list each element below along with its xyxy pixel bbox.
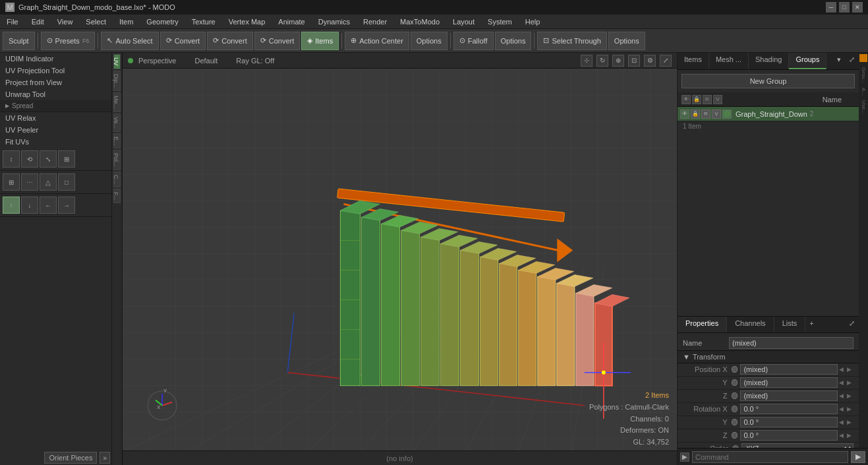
rp-bottom-tab-properties[interactable]: Properties bbox=[678, 317, 727, 332]
prop-rotation-y-inc[interactable]: ▶ bbox=[847, 419, 854, 425]
viewport-tool-expand[interactable]: ⤢ bbox=[660, 55, 672, 67]
command-exec-button[interactable]: ▶ bbox=[851, 451, 865, 463]
rp-tab-expand[interactable]: ⤢ bbox=[845, 53, 859, 69]
viewport-container[interactable]: Perspective Default Ray GL: Off ⊹ ↻ ⊕ ⊡ … bbox=[123, 53, 677, 465]
col-icon-lock[interactable]: 🔒 bbox=[692, 95, 701, 104]
options2-button[interactable]: Options bbox=[495, 32, 532, 50]
rp-side-tab-use[interactable]: Use... bbox=[859, 98, 867, 116]
tool-icon-left[interactable]: ← bbox=[40, 197, 57, 214]
uv-side-tab-me[interactable]: Me... bbox=[113, 92, 121, 112]
tool-icon-scale[interactable]: ⤡ bbox=[40, 150, 57, 168]
col-icon-render[interactable]: R bbox=[703, 95, 712, 104]
command-prompt[interactable]: ▶ bbox=[680, 452, 689, 462]
select-through-button[interactable]: ⊡ Select Through bbox=[537, 32, 606, 50]
tool-icon-dots[interactable]: ⋯ bbox=[21, 173, 38, 191]
presets-button[interactable]: ⊙ Presets F6 bbox=[41, 32, 96, 50]
more-button[interactable]: » bbox=[100, 452, 110, 464]
viewport-canvas[interactable]: X Y 2 Items Polygons : Catmull-Clark Cha… bbox=[123, 69, 677, 465]
auto-select-button[interactable]: ↖ Auto Select bbox=[101, 32, 158, 50]
menu-edit[interactable]: Edit bbox=[25, 16, 51, 27]
prop-position-x-inc[interactable]: ▶ bbox=[847, 366, 854, 373]
prop-name-input[interactable] bbox=[729, 337, 854, 349]
viewport-tool-fit[interactable]: ⊡ bbox=[628, 55, 640, 67]
rp-side-tab-a[interactable]: A... bbox=[859, 86, 867, 98]
prop-rotation-x-input[interactable] bbox=[740, 404, 838, 414]
prop-rotation-y-input[interactable] bbox=[740, 417, 838, 427]
viewport-tool-settings[interactable]: ⚙ bbox=[644, 55, 656, 67]
menu-dynamics[interactable]: Dynamics bbox=[312, 16, 357, 27]
uv-side-tab-ve[interactable]: Ve... bbox=[113, 113, 121, 132]
prop-position-x-input[interactable] bbox=[740, 364, 838, 375]
prop-rotation-z-inc[interactable]: ▶ bbox=[847, 432, 854, 439]
menu-animate[interactable]: Animate bbox=[272, 16, 311, 27]
prop-rotation-y-dec[interactable]: ◀ bbox=[839, 419, 846, 425]
rp-bottom-tab-channels[interactable]: Channels bbox=[727, 317, 774, 332]
rp-bottom-expand[interactable]: ⤢ bbox=[845, 317, 859, 332]
menu-maxtomodo[interactable]: MaxToModo bbox=[393, 16, 446, 27]
prop-position-z-input[interactable] bbox=[740, 390, 838, 401]
menu-help[interactable]: Help bbox=[519, 16, 547, 27]
tool-icon-rotate[interactable]: ⟲ bbox=[21, 150, 38, 168]
prop-rotation-x-dec[interactable]: ◀ bbox=[839, 406, 846, 412]
prop-position-y-inc[interactable]: ▶ bbox=[847, 379, 854, 386]
prop-position-z-dot[interactable] bbox=[732, 392, 738, 399]
viewport-tool-zoom[interactable]: ⊕ bbox=[612, 55, 624, 67]
tool-icon-transform[interactable]: ⊞ bbox=[58, 150, 75, 168]
menu-select[interactable]: Select bbox=[79, 16, 113, 27]
prop-rotation-y-dot[interactable] bbox=[732, 419, 738, 425]
item-vis-icon[interactable]: V bbox=[712, 109, 721, 119]
menu-item[interactable]: Item bbox=[113, 16, 140, 27]
maximize-button[interactable]: □ bbox=[839, 2, 850, 13]
rp-bottom-tab-add[interactable]: + bbox=[805, 317, 817, 332]
rp-tab-shading[interactable]: Shading bbox=[749, 53, 789, 69]
lp-uv-peeler[interactable]: UV Peeler bbox=[0, 124, 111, 136]
options1-button[interactable]: Options bbox=[411, 32, 448, 50]
item-eye-icon[interactable]: 👁 bbox=[680, 109, 689, 119]
viewport-tool-move[interactable]: ⊹ bbox=[581, 55, 593, 67]
menu-vertex-map[interactable]: Vertex Map bbox=[222, 16, 272, 27]
prop-position-y-dot[interactable] bbox=[732, 379, 738, 386]
tool-icon-grid[interactable]: ⊞ bbox=[3, 173, 20, 191]
lp-udim-indicator[interactable]: UDIM Indicator bbox=[0, 53, 111, 65]
menu-texture[interactable]: Texture bbox=[185, 16, 222, 27]
item-render-icon[interactable]: R bbox=[701, 109, 710, 119]
tool-icon-up[interactable]: ↑ bbox=[3, 197, 20, 214]
action-center-button[interactable]: ⊕ Action Center bbox=[345, 32, 409, 50]
item-row-0[interactable]: 👁 🔒 R V ⬡ Graph_Straight_Down 2 bbox=[678, 107, 859, 121]
convert3-button[interactable]: ⟳ Convert bbox=[254, 32, 301, 50]
close-button[interactable]: ✕ bbox=[852, 2, 863, 13]
menu-system[interactable]: System bbox=[481, 16, 519, 27]
sculpt-button[interactable]: Sculpt bbox=[3, 32, 35, 50]
prop-position-z-inc[interactable]: ▶ bbox=[847, 392, 854, 399]
new-group-button[interactable]: New Group bbox=[681, 74, 855, 88]
lp-fit-uvs[interactable]: Fit UVs bbox=[0, 136, 111, 148]
prop-rotation-z-input[interactable] bbox=[740, 430, 838, 441]
menu-render[interactable]: Render bbox=[357, 16, 393, 27]
command-input[interactable] bbox=[692, 451, 848, 463]
menu-file[interactable]: File bbox=[0, 16, 25, 27]
uv-side-tab-c[interactable]: C... bbox=[113, 171, 121, 187]
prop-position-x-dec[interactable]: ◀ bbox=[839, 366, 846, 373]
col-icon-vis[interactable]: V bbox=[713, 95, 722, 104]
orient-pieces-button[interactable]: Orient Pieces bbox=[44, 452, 97, 464]
options3-button[interactable]: Options bbox=[608, 32, 645, 50]
falloff-button[interactable]: ⊙ Falloff bbox=[453, 32, 494, 50]
rp-bottom-tab-lists[interactable]: Lists bbox=[774, 317, 806, 332]
lp-uv-relax[interactable]: UV Relax bbox=[0, 112, 111, 124]
menu-geometry[interactable]: Geometry bbox=[140, 16, 185, 27]
lp-project-from-view[interactable]: Project from View bbox=[0, 77, 111, 88]
lp-unwrap-tool[interactable]: Unwrap Tool bbox=[0, 88, 111, 100]
lp-uv-projection[interactable]: UV Projection Tool bbox=[0, 65, 111, 77]
convert1-button[interactable]: ⟳ Convert bbox=[160, 32, 206, 50]
rp-side-tab-groups[interactable]: Grou... bbox=[859, 65, 867, 85]
item-lock-icon[interactable]: 🔒 bbox=[691, 109, 700, 119]
tool-icon-down[interactable]: ↓ bbox=[21, 197, 38, 214]
prop-position-y-dec[interactable]: ◀ bbox=[839, 379, 846, 386]
tool-icon-move[interactable]: ↕ bbox=[3, 150, 20, 168]
uv-side-tab-e[interactable]: E... bbox=[113, 133, 121, 149]
tool-icon-right[interactable]: → bbox=[58, 197, 75, 214]
menu-view[interactable]: View bbox=[51, 16, 80, 27]
items-button[interactable]: ◈ Items bbox=[301, 32, 339, 50]
prop-position-x-dot[interactable] bbox=[732, 366, 738, 373]
rp-tab-mesh[interactable]: Mesh ... bbox=[709, 53, 749, 69]
